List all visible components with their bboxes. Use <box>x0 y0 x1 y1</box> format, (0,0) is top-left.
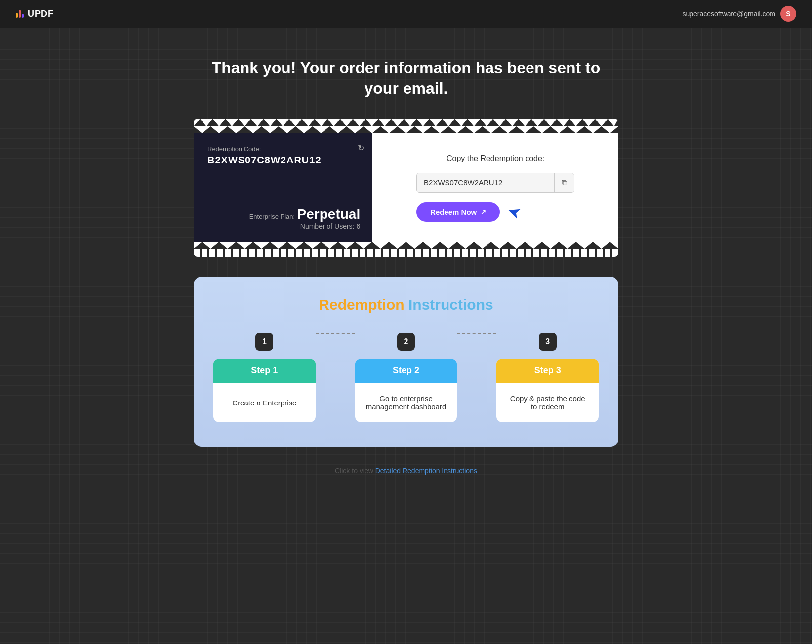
ticket-bottom-edge <box>194 242 618 249</box>
steps-connector-1 <box>316 333 355 363</box>
copy-label: Copy the Redemption code: <box>447 154 544 163</box>
redeem-now-button[interactable]: Redeem Now ↗ <box>416 202 500 222</box>
steps-container: 1 Step 1 Create a Enterprise 2 Step 2 Go… <box>213 333 599 422</box>
arrow-icon: ➤ <box>505 201 524 223</box>
ticket-inner: Redemption Code: B2XWS07C8W2ARU12 ↻ Ente… <box>194 133 618 242</box>
header-right: superacesoftware@gmail.com S <box>682 6 796 22</box>
redemption-code-display: B2XWS07C8W2ARU12 <box>207 155 360 166</box>
refresh-icon[interactable]: ↻ <box>358 143 364 153</box>
user-email: superacesoftware@gmail.com <box>682 10 775 18</box>
logo-area: UPDF <box>16 9 54 19</box>
instructions-section: Redemption Instructions 1 Step 1 Create … <box>194 277 618 447</box>
step-3-card: Step 3 Copy & paste the code to redeem <box>496 359 599 422</box>
step-3-badge: 3 <box>539 333 557 351</box>
users-row: Number of Users: 6 <box>207 222 360 230</box>
step-3-header: Step 3 <box>496 359 599 383</box>
external-link-icon: ↗ <box>481 208 486 216</box>
instructions-title-part1: Redemption <box>319 296 408 313</box>
users-label: Number of Users: <box>300 222 355 230</box>
ticket-left: Redemption Code: B2XWS07C8W2ARU12 ↻ Ente… <box>194 133 372 242</box>
page-title: Thank you! Your order information has be… <box>194 58 618 99</box>
ticket-right: Copy the Redemption code: ⧉ Redeem Now ↗… <box>372 133 618 242</box>
ticket-card: Redemption Code: B2XWS07C8W2ARU12 ↻ Ente… <box>194 119 618 257</box>
step-2-header: Step 2 <box>355 359 457 383</box>
step-2-block: 2 Step 2 Go to enterprise management das… <box>355 333 457 422</box>
plan-label: Enterprise Plan: <box>249 213 295 220</box>
footer-link-area: Click to view Detailed Redemption Instru… <box>194 462 618 484</box>
redeem-btn-area: Redeem Now ↗ ➤ <box>416 202 574 222</box>
steps-connector-2 <box>457 333 496 363</box>
app-header: UPDF superacesoftware@gmail.com S <box>0 0 812 28</box>
dotted-line-1 <box>316 333 355 334</box>
footer-text: Click to view <box>335 467 375 475</box>
ticket-plan-row: Enterprise Plan: Perpetual Number of Use… <box>207 206 360 230</box>
step-1-card: Step 1 Create a Enterprise <box>213 359 316 422</box>
step-1-header: Step 1 <box>213 359 316 383</box>
step-2-body: Go to enterprise management dashboard <box>355 383 457 422</box>
step-3-body: Copy & paste the code to redeem <box>496 383 599 422</box>
step-2-card: Step 2 Go to enterprise management dashb… <box>355 359 457 422</box>
main-content: Thank you! Your order information has be… <box>184 28 628 504</box>
step-3-block: 3 Step 3 Copy & paste the code to redeem <box>496 333 599 422</box>
plan-name: Perpetual <box>297 206 361 222</box>
code-input-row: ⧉ <box>416 173 574 193</box>
step-1-block: 1 Step 1 Create a Enterprise <box>213 333 316 422</box>
instructions-title-part2: Instructions <box>408 296 493 313</box>
avatar[interactable]: S <box>780 6 796 22</box>
step-1-badge: 1 <box>255 333 273 351</box>
instructions-title: Redemption Instructions <box>213 296 599 313</box>
users-count: 6 <box>356 222 360 230</box>
redemption-label: Redemption Code: <box>207 145 360 153</box>
step-2-badge: 2 <box>397 333 415 351</box>
ticket-top-edge <box>194 126 618 133</box>
redeem-btn-label: Redeem Now <box>430 208 477 216</box>
code-input[interactable] <box>417 173 554 192</box>
logo-text: UPDF <box>28 9 54 19</box>
step-1-body: Create a Enterprise <box>213 383 316 422</box>
detailed-instructions-link[interactable]: Detailed Redemption Instructions <box>375 467 477 475</box>
copy-code-button[interactable]: ⧉ <box>554 173 574 192</box>
dotted-line-2 <box>457 333 496 334</box>
logo-waves-icon <box>16 10 24 18</box>
